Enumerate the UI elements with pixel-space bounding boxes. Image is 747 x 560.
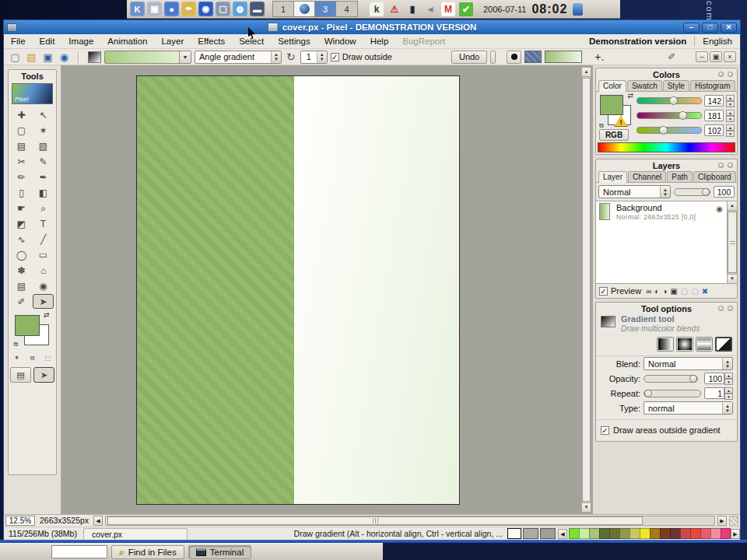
spinner-icon[interactable]: ▲▼ [724, 387, 733, 399]
link-layer-icon[interactable]: ∞ [646, 287, 651, 296]
slider-handle[interactable] [689, 375, 697, 383]
active-gradient-swatch[interactable] [545, 51, 582, 63]
scrollbar-thumb[interactable] [728, 212, 737, 273]
slider-handle[interactable] [644, 390, 652, 397]
open-folder-icon[interactable]: ▤ [24, 50, 39, 64]
blend-mode-select[interactable]: Normal ▲▼ [598, 185, 671, 198]
layers-tab-layer[interactable]: Layer [598, 171, 627, 183]
blue-channel-value[interactable]: 102 [704, 124, 724, 136]
duplicate-layer-icon[interactable]: ▢ [691, 287, 698, 296]
spinner-icon[interactable]: ▲▼ [271, 51, 281, 63]
maximize-button[interactable]: □ [702, 23, 718, 33]
foreground-color-swatch[interactable] [15, 315, 40, 336]
menu-window[interactable]: Window [317, 35, 363, 47]
undo-button[interactable]: Undo [451, 51, 487, 64]
slider-handle[interactable] [659, 126, 668, 135]
line-tool-button[interactable]: ╱ [33, 232, 54, 247]
mini-copy-button[interactable]: ⧉ [26, 353, 38, 363]
pattern-swatch[interactable] [524, 51, 542, 63]
canvas-image[interactable] [136, 75, 460, 505]
pan-mode-button[interactable]: ➤ [33, 367, 54, 383]
palette-swatch[interactable] [630, 528, 640, 539]
draw-areas-checkbox[interactable]: ✓ [601, 426, 609, 435]
layers-panel-titlebar[interactable]: Layers [596, 159, 737, 171]
rect-select-tool-button[interactable]: ▢ [11, 123, 32, 138]
repeat-spinbox[interactable]: 1 ▲▼ [300, 51, 328, 64]
palette-swatch[interactable] [721, 528, 731, 539]
gradient-tool-button[interactable]: ◩ [11, 216, 32, 231]
recent-swatch[interactable] [507, 528, 521, 539]
new-layer-icon[interactable]: ▢ [681, 287, 688, 296]
browser-globe-icon[interactable]: ◉ [198, 2, 213, 16]
pattern-tool-button[interactable]: ▤ [11, 278, 32, 293]
visibility-eye-icon[interactable]: ◉ [716, 205, 723, 213]
gradient-select[interactable]: ▼ [104, 51, 191, 64]
panel-shade-button[interactable] [718, 72, 724, 77]
layers-tab-clipboard[interactable]: Clipboard [693, 171, 736, 182]
swap-colors-icon[interactable]: ⇄ [627, 92, 633, 100]
opacity-spinbox[interactable]: 100 ▲▼ [704, 373, 733, 384]
delete-layer-icon[interactable]: ✖ [702, 287, 708, 296]
layers-tab-channel[interactable]: Channel [628, 171, 666, 182]
mini-marquee-button[interactable]: ⬚ [42, 353, 54, 363]
spinner-icon[interactable]: ▲▼ [724, 373, 733, 384]
menu-select[interactable]: Select [232, 35, 271, 47]
undo-dropdown-button[interactable] [490, 51, 496, 64]
spinner-icon[interactable]: ▲▼ [726, 95, 735, 107]
slider-handle[interactable] [679, 111, 687, 120]
menu-effects[interactable]: Effects [191, 35, 232, 47]
repeat-slider[interactable] [644, 390, 701, 397]
settings-window-icon[interactable]: ▣ [147, 2, 162, 16]
tool-options-titlebar[interactable]: Tool options [596, 303, 737, 314]
task-button-find-in-files[interactable]: ⌕Find in Files [111, 545, 184, 559]
spinner-icon[interactable]: ▲▼ [722, 402, 732, 414]
move-tool-button[interactable]: ✚ [11, 107, 32, 122]
save-icon[interactable]: ▣ [40, 50, 55, 64]
clone-stamp-tool-button[interactable]: ▤ [11, 138, 32, 153]
scroll-down-button[interactable]: ▼ [582, 502, 591, 512]
colors-panel-titlebar[interactable]: Colors [596, 68, 737, 80]
new-file-icon[interactable]: ▢ [8, 50, 23, 64]
menu-help[interactable]: Help [363, 35, 396, 47]
ellipse-tool-button[interactable]: ◯ [11, 247, 32, 262]
green-channel-value[interactable]: 181 [704, 110, 724, 121]
repeat-spinbox[interactable]: 1 ▲▼ [704, 387, 733, 399]
palette-swatch[interactable] [609, 528, 619, 539]
display-settings-icon[interactable]: ▢ [216, 2, 230, 16]
scroll-left-button[interactable]: ◀ [93, 516, 103, 526]
crayon-tool-button[interactable]: ✏ [11, 170, 32, 184]
mini-dot-button[interactable]: ⁕ [11, 353, 23, 363]
panel-close-button[interactable] [728, 163, 733, 168]
menu-image[interactable]: Image [61, 35, 100, 47]
red-channel-value[interactable]: 142 [704, 95, 724, 107]
spinner-icon[interactable]: ▲▼ [726, 124, 735, 136]
colors-tab-style[interactable]: Style [663, 80, 689, 91]
linear-gradient-style-button[interactable] [657, 337, 674, 352]
opacity-slider[interactable] [644, 375, 698, 383]
blue-channel-slider[interactable] [637, 127, 702, 134]
recent-swatch[interactable] [540, 528, 556, 539]
window-app-icon[interactable] [7, 23, 17, 32]
menu-layer[interactable]: Layer [154, 35, 191, 47]
polygon-tool-button[interactable]: ⌂ [33, 263, 54, 278]
recent-swatch[interactable] [523, 528, 538, 539]
palette-swatch[interactable] [619, 528, 630, 539]
updates-ok-icon[interactable]: ✔ [459, 2, 473, 16]
konqi-icon[interactable]: ● [164, 2, 179, 16]
canvas-vertical-scrollbar[interactable]: ▲ ▼ [581, 67, 591, 513]
scrollbar-thumb[interactable] [107, 516, 643, 525]
zoom-tool-button[interactable]: ⌕ [33, 201, 54, 215]
palette-swatch[interactable] [599, 528, 609, 539]
zoom-level-input[interactable]: 12.5% [5, 516, 35, 526]
palette-swatch[interactable] [670, 528, 680, 539]
default-colors-icon[interactable]: ⧉ [14, 341, 19, 348]
network-globe-icon[interactable]: ◍ [233, 2, 247, 16]
magic-wand-tool-button[interactable]: ✶ [33, 123, 54, 138]
sphere-tool-button[interactable]: ◉ [33, 278, 54, 293]
type-select[interactable]: normal ▲▼ [644, 401, 733, 415]
hue-strip[interactable] [598, 142, 735, 152]
pencil-tool-button[interactable]: ✎ [33, 154, 54, 169]
palette-swatch[interactable] [589, 528, 599, 539]
palette-swatch[interactable] [650, 528, 660, 539]
taskbar-empty-slot[interactable] [51, 545, 107, 558]
